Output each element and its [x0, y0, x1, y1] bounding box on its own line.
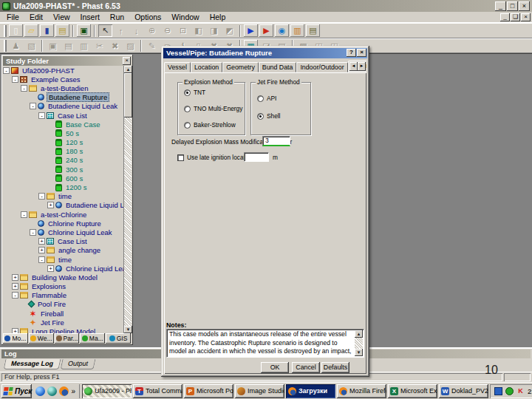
notes-textarea[interactable]: This case models an instantaneous releas… [166, 329, 364, 358]
tree-item-chlorine-rupture[interactable]: Chlorine Rupture [3, 219, 132, 228]
study-panel-close-icon[interactable]: × [123, 57, 131, 65]
radio-icon[interactable] [257, 95, 264, 102]
dialog-help-button[interactable]: ? [347, 49, 356, 57]
tree-item-240-s[interactable]: 240 s [3, 156, 132, 165]
radio-option-tno-multi-energy[interactable]: TNO Multi-Energy [184, 105, 242, 112]
late-ignition-distance-input[interactable] [244, 152, 269, 162]
browser-quicklaunch-icon[interactable] [35, 386, 45, 396]
menu-help[interactable]: Help [205, 12, 231, 22]
tree-item-300-s[interactable]: 300 s [3, 165, 132, 174]
tree-item-ufa2009-phast[interactable]: -Ufa2009-PHAST [3, 66, 132, 75]
tree-item-butadiene-rupture[interactable]: Butadiene Rupture [3, 93, 132, 102]
agent-tray-icon[interactable] [505, 387, 514, 395]
dialog-tab-indoor-outdoor[interactable]: Indoor/Outdoor [296, 62, 347, 72]
tree-item-angle-change[interactable]: +angle change [3, 246, 132, 255]
scroll-up-icon[interactable]: ▲ [124, 66, 132, 73]
taskbar-item-imagestudio[interactable]: Image Studio... [235, 384, 284, 398]
reports-icon[interactable]: ▤ [306, 24, 320, 37]
panel-tab-models[interactable]: Mo... [3, 333, 28, 344]
dialog-tab-bund-data[interactable]: Bund Data [259, 62, 297, 72]
panel-tab-gis[interactable]: GIS [106, 333, 131, 344]
collapse-icon[interactable]: - [12, 76, 18, 83]
new-icon[interactable]: ▯ [9, 24, 23, 37]
tree-scrollbar[interactable]: ▲ ▼ [123, 66, 132, 333]
tree-item-time[interactable]: -time [3, 255, 132, 264]
mass-factor-input[interactable]: 3 [262, 136, 290, 146]
close-button[interactable]: × [519, 1, 530, 11]
toolbar-handle[interactable] [4, 40, 7, 52]
radio-selected-icon[interactable] [184, 89, 191, 96]
tree-item-50-s[interactable]: 50 s [3, 129, 132, 137]
log-tab-output[interactable]: Output [61, 359, 96, 369]
menu-run[interactable]: Run [105, 12, 129, 22]
expand-icon[interactable]: + [12, 274, 18, 281]
collapse-icon[interactable]: - [30, 229, 36, 236]
graphs-icon[interactable]: ▥ [290, 24, 304, 37]
taskbar-item-firefox[interactable]: Mozilla Firefox [337, 384, 386, 398]
quicklaunch-overflow-icon[interactable]: » [71, 387, 75, 395]
expand-icon[interactable]: + [12, 328, 18, 333]
open-icon[interactable]: ▱ [24, 24, 38, 37]
collapse-icon[interactable]: - [12, 292, 18, 299]
notes-scroll-up-icon[interactable]: ▲ [355, 330, 363, 338]
gis-globe-icon[interactable]: ◉ [275, 24, 289, 37]
tree-item-a-test-butadien[interactable]: -a-test-Butadien [3, 83, 132, 92]
tree-item-long-pipeline-model[interactable]: +Long Pipeline Model [3, 327, 132, 333]
tree-item-time[interactable]: -time [3, 192, 132, 201]
radio-option-api[interactable]: API [257, 95, 276, 102]
tree-item-butadiene-liquid-leak[interactable]: +Butadiene Liquid Leak [3, 201, 132, 210]
panel-tab-parameters[interactable]: Par... [55, 333, 80, 344]
firefox-quicklaunch-icon[interactable] [59, 386, 69, 396]
antivirus-tray-icon[interactable]: K [516, 387, 525, 395]
menu-options[interactable]: Options [129, 12, 166, 22]
run-model-icon[interactable]: ▶ [244, 24, 258, 37]
radio-icon[interactable] [184, 122, 191, 129]
collapse-icon[interactable]: - [38, 193, 45, 200]
defaults-button[interactable]: Defaults [321, 362, 349, 373]
tree-item-a-test-chlorine[interactable]: -a-test-Chlorine [3, 210, 132, 219]
tree-item-example-cases[interactable]: -Example Cases [3, 75, 132, 83]
mdi-minimize-button[interactable]: _ [500, 13, 510, 21]
mdi-restore-button[interactable]: ❏ [511, 13, 520, 21]
menu-file[interactable]: File [1, 12, 24, 22]
expand-icon[interactable]: + [47, 202, 54, 208]
tree-item-case-list[interactable]: -Case List [3, 111, 132, 120]
taskbar-item-powerpoint[interactable]: PMicrosoft Power... [184, 384, 233, 398]
tree-item-fireball[interactable]: ✶Fireball [3, 309, 132, 318]
display-tray-icon[interactable] [494, 387, 502, 395]
taskbar-item-excel[interactable]: XMicrosoft Excel - ... [388, 384, 437, 398]
tree-item-1200-s[interactable]: 1200 s [3, 183, 132, 191]
collapse-icon[interactable]: - [21, 211, 27, 218]
ok-button[interactable]: OK [261, 362, 289, 373]
radio-selected-icon[interactable] [257, 113, 264, 120]
menu-window[interactable]: Window [166, 12, 204, 22]
run-all-icon[interactable]: ▶ [259, 24, 273, 37]
collapse-icon[interactable]: - [30, 103, 36, 109]
taskbar-item-firefox[interactable]: Загрузки [286, 384, 335, 398]
taskbar-item-phast[interactable]: Ufa2009 - Ph... [82, 384, 132, 398]
notes-scrollbar[interactable]: ▲ ▼ [355, 330, 363, 356]
collapse-icon[interactable]: - [38, 112, 45, 119]
collapse-icon[interactable]: - [3, 67, 10, 74]
scroll-down-icon[interactable]: ▼ [124, 326, 132, 333]
tree-item-180-s[interactable]: 180 s [3, 147, 132, 156]
cancel-button[interactable]: Cancel [292, 362, 320, 373]
radio-icon[interactable] [184, 106, 191, 112]
tree-item-building-wake-model[interactable]: +Building Wake Model [3, 273, 132, 282]
dialog-close-button[interactable]: × [357, 49, 366, 57]
tree-item-120-s[interactable]: 120 s [3, 138, 132, 147]
study-tree-icon[interactable]: ▣ [77, 24, 91, 37]
menu-view[interactable]: View [48, 12, 75, 22]
select-cursor-icon[interactable]: ↖ [98, 24, 112, 37]
tree-item-case-list[interactable]: +Case List [3, 237, 132, 246]
expand-icon[interactable]: + [38, 247, 45, 253]
log-tab-message-log[interactable]: Message Log [4, 359, 61, 369]
tree-item-chlorine-liquid-leak[interactable]: -Chlorine Liquid Leak [3, 228, 132, 236]
notes-scroll-down-icon[interactable]: ▼ [355, 349, 363, 356]
tree-item-base-case[interactable]: Base Case [3, 120, 132, 129]
tree-item-chlorine-liquid-leak[interactable]: +Chlorine Liquid Leak [3, 264, 132, 273]
dialog-tab-geometry[interactable]: Geometry [222, 62, 259, 72]
expand-icon[interactable]: + [47, 265, 54, 272]
tree-item-pool-fire[interactable]: Pool Fire [3, 300, 132, 309]
print-icon[interactable]: ▤ [55, 24, 69, 37]
